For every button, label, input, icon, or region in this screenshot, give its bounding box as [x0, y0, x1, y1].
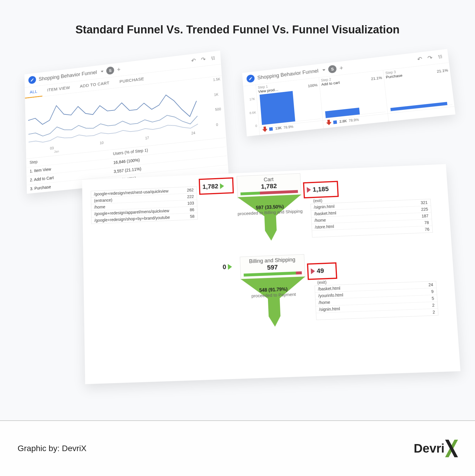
svg-point-6 [438, 55, 439, 56]
list-item[interactable]: /signin.html2 [316, 302, 438, 313]
series-swatch-icon [269, 127, 273, 131]
add-segment-button[interactable]: + [339, 64, 343, 72]
settings-sliders-icon[interactable] [209, 54, 217, 62]
exit-paths-list: /signin.html321 /basket.html225 /home187… [311, 199, 433, 238]
chevron-down-icon[interactable] [101, 71, 104, 73]
svg-rect-1 [213, 57, 215, 57]
highlight-out-box [307, 262, 337, 280]
exit-label: (exit) [313, 198, 323, 203]
series-swatch-icon [333, 120, 337, 124]
list-item[interactable]: /yourinfo.html9 [315, 288, 437, 299]
funnel-shape-icon [241, 277, 308, 329]
redo-icon[interactable]: ↷ [426, 54, 434, 62]
add-segment-button[interactable]: + [117, 66, 121, 74]
svg-marker-14 [241, 277, 307, 318]
undo-icon[interactable]: ↶ [190, 57, 197, 64]
segment-badge[interactable]: S [328, 65, 337, 74]
settings-sliders-icon[interactable] [436, 53, 444, 60]
ytick: 0 [247, 124, 257, 128]
step-pct: 100% [308, 83, 318, 88]
ytick: 1.5K [213, 77, 220, 82]
undo-icon[interactable]: ↶ [415, 55, 423, 63]
segment-badge[interactable]: S [106, 66, 114, 75]
highlight-out-box [303, 181, 339, 198]
logo-x-icon [445, 440, 457, 457]
edit-icon[interactable] [28, 76, 36, 84]
svg-rect-5 [213, 59, 215, 60]
redo-icon[interactable]: ↷ [200, 56, 207, 63]
y-axis-ticks: 1.5K 1K 500 0 [213, 76, 223, 128]
ytick: 17K [245, 97, 255, 102]
arrow-right-icon [311, 268, 315, 274]
devrix-logo: Devri [414, 440, 457, 457]
svg-point-4 [212, 59, 213, 60]
drop-value: 2.8K [339, 119, 347, 124]
exit-label: (exit) [317, 280, 327, 285]
step-col-3[interactable]: Step 3 Purchase 21.1% [383, 63, 455, 121]
proceed-label: 548 (91.79%) proceeded to Payment [238, 286, 309, 299]
funnel-shape-icon [238, 195, 303, 243]
svg-marker-15 [269, 316, 281, 327]
list-item[interactable]: 2 [316, 309, 438, 320]
standard-funnel-panel: Shopping Behavior Funnel S + ↶ ↷ 17K 8.6… [242, 49, 455, 136]
entry-paths-list: /google+redesign/nest/nest-usa/quickview… [91, 186, 198, 224]
svg-rect-3 [211, 58, 213, 59]
ytick: 1K [214, 92, 222, 97]
xtick: 24 [191, 131, 196, 139]
svg-point-10 [439, 57, 440, 58]
highlight-in-box [199, 177, 234, 195]
funnel-visualization-panel: /google+redesign/nest/nest-usa/quickview… [82, 164, 461, 384]
exit-paths-list: /basket.html24 /yourinfo.html9 /home5 /s… [315, 281, 439, 320]
y-axis-ticks: 17K 8.6K 0 [245, 97, 257, 129]
tab-all[interactable]: ALL [25, 86, 42, 98]
step-col-2[interactable]: Step 2 Add to cart 21.1% 2.8K 78.9% [319, 70, 389, 128]
step-col-1[interactable]: Step 1 View prod… 100% 13K 78.9% [256, 78, 323, 135]
x-sublabel: Jan [54, 149, 59, 153]
svg-rect-7 [440, 55, 442, 56]
credit-text: Graphic by: DevriX [18, 444, 86, 453]
ytick: 8.6K [246, 110, 256, 115]
drop-pct: 78.9% [349, 118, 359, 123]
page-title: Standard Funnel Vs. Trended Funnel Vs. F… [0, 0, 475, 36]
logo-text: Devri [414, 441, 445, 455]
drop-value: 13K [275, 126, 282, 131]
trended-funnel-panel: Shopping Behavior Funnel S + ↶ ↷ ALL ITE… [25, 51, 229, 194]
list-item[interactable]: /home5 [315, 295, 437, 306]
ytick: 0 [216, 122, 224, 127]
stage2-in-count: 0 [223, 263, 232, 271]
edit-icon[interactable] [246, 74, 255, 83]
ytick: 500 [215, 107, 223, 112]
list-item[interactable]: /basket.html24 [315, 281, 436, 293]
arrow-right-icon [228, 264, 232, 270]
step-pct: 21.1% [371, 76, 382, 81]
svg-marker-13 [265, 230, 277, 241]
stage2-out-count: 49 [311, 267, 324, 275]
svg-point-2 [214, 58, 215, 59]
drop-arrow-icon [326, 120, 332, 126]
chevron-down-icon[interactable] [323, 69, 325, 71]
svg-point-0 [211, 57, 212, 57]
svg-point-8 [441, 56, 442, 57]
stage: Shopping Behavior Funnel S + ↶ ↷ ALL ITE… [18, 48, 457, 379]
drop-pct: 78.9% [283, 125, 294, 130]
step-pct: 21.1% [437, 68, 448, 74]
xtick: 03 [50, 146, 54, 151]
stage-card-billing[interactable]: Billing and Shipping 597 [240, 254, 305, 280]
svg-rect-9 [438, 56, 441, 57]
xtick: 10 [100, 141, 104, 149]
drop-arrow-icon [262, 126, 268, 133]
footer: Graphic by: DevriX Devri [0, 420, 475, 476]
svg-rect-11 [440, 57, 442, 58]
xtick: 17 [145, 136, 149, 144]
